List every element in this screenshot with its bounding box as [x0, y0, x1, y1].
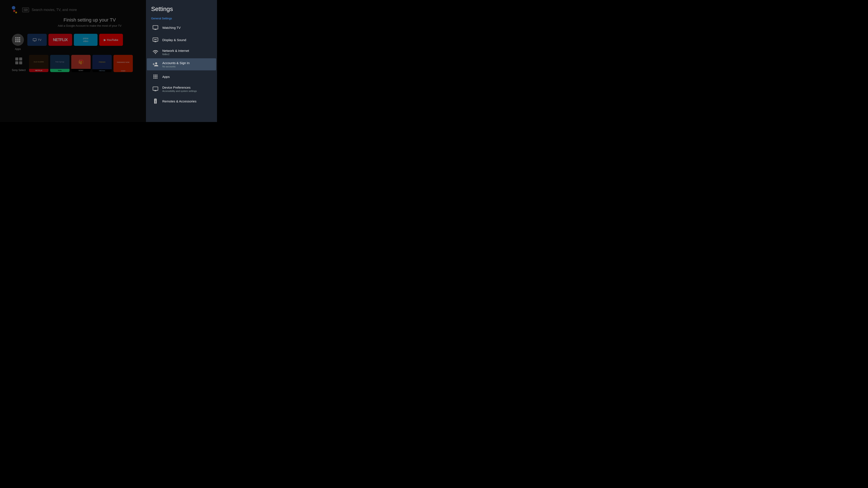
remote-icon: [152, 98, 159, 104]
account-icon: [152, 61, 159, 68]
apps-icon: [152, 73, 159, 80]
apps-settings-title: Apps: [162, 75, 211, 78]
remotes-title: Remotes & Accessories: [162, 99, 211, 103]
accounts-title: Accounts & Sign In: [162, 61, 211, 65]
wifi-icon: [152, 48, 159, 56]
remotes-text: Remotes & Accessories: [162, 99, 211, 103]
accounts-subtitle: No accounts: [162, 65, 211, 68]
device-prefs-text: Device Preferences Accessibility and sys…: [162, 86, 211, 92]
settings-item-remotes[interactable]: Remotes & Accessories: [147, 95, 216, 107]
settings-panel: Settings General Settings Watching TV: [146, 0, 217, 122]
settings-section-label: General Settings: [146, 14, 217, 21]
watching-tv-text: Watching TV: [162, 26, 211, 30]
display-sound-icon: [152, 36, 159, 43]
apps-settings-text: Apps: [162, 75, 211, 78]
settings-list: Watching TV Display & Sound: [146, 21, 217, 122]
network-text: Network & Internet fddbc2: [162, 49, 211, 56]
watching-tv-title: Watching TV: [162, 26, 211, 30]
settings-item-watching-tv[interactable]: Watching TV: [147, 22, 216, 34]
accounts-text: Accounts & Sign In No accounts: [162, 61, 211, 68]
device-prefs-title: Device Preferences: [162, 86, 211, 89]
dim-overlay: [0, 0, 146, 122]
settings-item-apps[interactable]: Apps: [147, 71, 216, 83]
settings-title: Settings: [151, 6, 212, 12]
device-prefs-subtitle: Accessibility and system settings: [162, 90, 211, 92]
settings-header: Settings: [146, 0, 217, 14]
tv-icon: [152, 24, 159, 31]
settings-item-network[interactable]: Network & Internet fddbc2: [147, 46, 216, 58]
network-subtitle: fddbc2: [162, 53, 211, 56]
settings-item-device-prefs[interactable]: Device Preferences Accessibility and sys…: [147, 83, 216, 95]
display-sound-title: Display & Sound: [162, 38, 211, 42]
monitor-icon: [152, 86, 159, 92]
settings-item-accounts[interactable]: Accounts & Sign In No accounts: [147, 58, 216, 70]
network-title: Network & Internet: [162, 49, 211, 53]
settings-item-display-sound[interactable]: Display & Sound: [147, 34, 216, 46]
display-sound-text: Display & Sound: [162, 38, 211, 42]
